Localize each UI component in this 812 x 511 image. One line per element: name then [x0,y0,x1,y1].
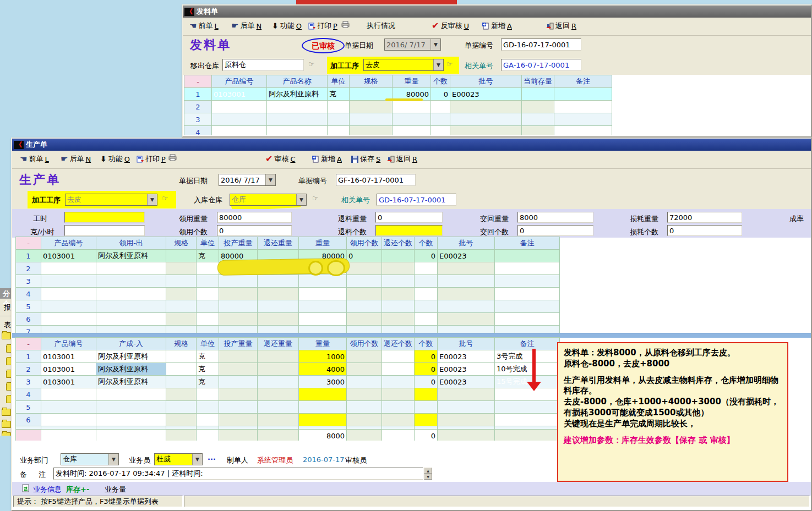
production-window-titlebar[interactable]: 《 生产单 [12,139,811,151]
note-suggestion: 建议增加参数：库存生效参数【保存 或 审核】 [564,435,782,446]
docno-field[interactable] [501,39,581,51]
print-button[interactable]: 打印P [137,154,166,164]
return-count-field[interactable] [375,225,443,236]
table-row: 1 0103001 阿尔及利亚原料 克 1000 0 E00023 3号完成 [16,350,560,363]
docno-field[interactable] [336,174,416,186]
dept-combobox[interactable]: 仓库▼ [61,453,119,465]
date-combobox[interactable]: 2016/ 7/17▼ [219,174,276,186]
chevron-down-icon[interactable]: ▼ [108,454,118,465]
highlight-annotation [308,261,323,276]
more-button[interactable]: ... [208,453,216,461]
unaudit-button[interactable]: ✔反审核U [432,21,469,31]
print-button[interactable]: 打印P [308,21,337,31]
hand-right-icon: ☛ [61,156,68,163]
related-doc-field[interactable] [501,59,581,71]
note-paragraph: 发料单：发料8000，从原料仓移到工序去皮。 原料仓-8000，去皮+8000 [564,348,782,370]
background-banner [296,0,457,4]
folder-icon[interactable] [2,421,11,428]
table-row: 2 0103001 阿尔及利亚原料 克 4000 0 E00023 10号完成 [16,363,560,376]
back-weight-label: 交回重量 [480,214,509,224]
issue-heading: 发料单 [190,37,231,53]
date-label: 单据日期 [179,176,208,186]
process-combobox[interactable]: 去皮▼ [65,194,157,206]
docno-label: 单据编号 [465,41,493,51]
back-count-field[interactable] [517,225,593,236]
table-row: 3 0103001 阿尔及利亚原料 克 3000 0 E00023 15号完成 [16,376,560,388]
memo-field[interactable] [53,468,423,480]
pointer-hand-icon[interactable]: ☞ [162,194,168,202]
per-hour-field[interactable] [64,225,145,236]
print-icon [308,23,315,30]
pointer-hand-icon[interactable]: ☞ [312,194,319,202]
new-doc-icon [312,156,319,163]
used-count-field[interactable] [217,225,292,236]
red-arrow-annotation [532,349,536,383]
folder-icon[interactable] [2,432,11,436]
return-button[interactable]: 返回R [387,154,417,164]
functions-button[interactable]: ⬇功能O [272,21,302,31]
chevron-down-icon[interactable]: ▼ [430,39,440,50]
table-total-row: 8000 0 [16,430,560,441]
clerk-combobox[interactable]: 杜威▼ [154,453,203,465]
spinner-down-icon[interactable]: ▼ [424,474,432,480]
warehouse-field[interactable] [222,59,304,71]
memo-spinner[interactable]: ▲▼ [424,468,432,480]
chevron-down-icon[interactable]: ▼ [296,194,306,205]
related-doc-field[interactable] [377,194,456,206]
table-row: 4 [16,388,560,401]
warehouse-combobox[interactable]: 仓库▼ [230,194,307,206]
loss-count-field[interactable] [667,225,742,236]
red-arrow-annotation [527,382,541,391]
stock-link[interactable]: 库存+- [66,485,89,494]
pointer-hand-icon[interactable]: ☞ [308,60,315,68]
maker-value: 系统管理员 [257,455,293,465]
table-row: 4 [184,126,612,136]
links-band [12,482,811,496]
related-doc-label: 相关单号 [341,195,370,205]
return-weight-label: 退料重量 [338,214,367,224]
chevron-down-icon[interactable]: ▼ [265,174,275,185]
memo-label: 备 [20,470,27,480]
folder-icon[interactable] [2,332,11,339]
pointer-hand-icon[interactable]: ☞ [446,60,453,68]
table-row: 2 [184,101,612,113]
chevron-down-icon[interactable]: ▼ [192,454,202,465]
issue-window: 《 发料单 ☚前单L ☛后单N ⬇功能O 打印P 执行情况 ✔反审核U 新增A … [182,4,812,138]
printer-button[interactable] [168,154,177,161]
process-combobox[interactable]: 去皮▼ [363,59,444,71]
printer-icon [168,154,177,161]
folder-icon[interactable] [2,409,11,416]
loss-count-label: 损耗个数 [630,227,658,237]
date-combobox[interactable]: 2016/ 7/17▼ [384,39,441,51]
return-button[interactable]: 返回R [546,21,576,31]
next-doc-button[interactable]: ☛后单N [231,21,261,31]
save-button[interactable]: 保存S [351,154,380,164]
app-logo-icon: 《 [14,141,24,149]
hours-field[interactable] [64,212,145,223]
spinner-up-icon[interactable]: ▲ [424,468,432,474]
add-new-button[interactable]: 新增A [312,154,342,164]
exec-status-button[interactable]: 执行情况 [367,21,395,31]
functions-button[interactable]: ⬇功能O [100,154,130,164]
loss-weight-field[interactable] [667,212,742,223]
issue-window-titlebar[interactable]: 《 发料单 [183,6,811,18]
used-weight-field[interactable] [217,212,292,223]
chevron-down-icon[interactable]: ▼ [433,59,443,70]
add-new-button[interactable]: 新增A [482,21,512,31]
exit-icon [387,156,395,163]
audit-button[interactable]: ✔审核C [265,154,295,164]
memo-label: 注 [39,470,46,480]
business-info-link[interactable]: 业务信息 [33,485,62,494]
printer-button[interactable] [341,21,350,28]
hand-left-icon: ☚ [20,156,27,163]
prev-doc-button[interactable]: ☚前单L [189,21,219,31]
back-weight-field[interactable] [517,212,593,223]
chevron-down-icon[interactable]: ▼ [147,194,157,205]
next-doc-button[interactable]: ☛后单N [61,154,91,164]
warehouse-label: 移出仓库 [190,61,219,71]
selected-cell[interactable]: 0103001 [212,88,267,101]
prev-doc-button[interactable]: ☚前单L [20,154,49,164]
volume-link[interactable]: 业务量 [105,485,126,494]
desktop: { "colors": { "desktop_blue": "#b9dcec",… [0,0,812,511]
return-weight-field[interactable] [375,212,443,223]
